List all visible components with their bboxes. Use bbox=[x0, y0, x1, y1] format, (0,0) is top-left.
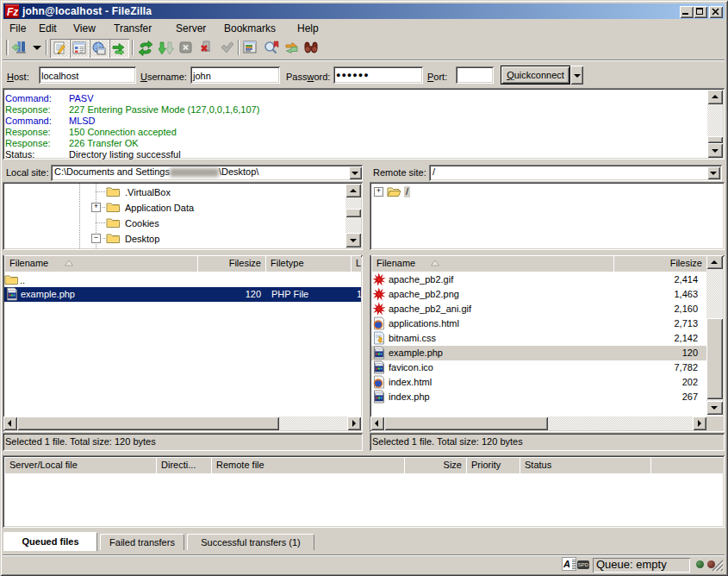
svg-text:Fz: Fz bbox=[7, 6, 18, 18]
